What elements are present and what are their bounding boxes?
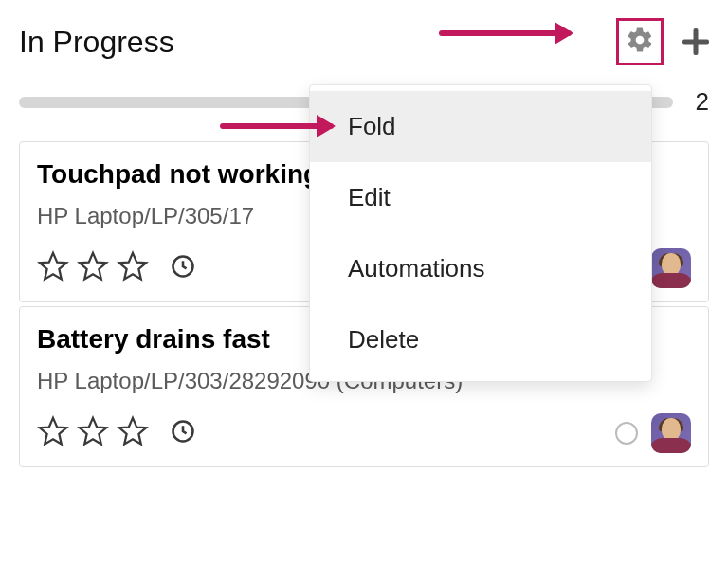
card-footer [37, 413, 691, 453]
menu-item-edit[interactable]: Edit [310, 162, 651, 233]
priority-stars[interactable] [37, 250, 196, 286]
menu-item-automations[interactable]: Automations [310, 233, 651, 304]
annotation-arrow [439, 30, 572, 36]
star-icon [117, 415, 149, 451]
add-card-button[interactable] [682, 28, 709, 55]
clock-icon [156, 418, 196, 448]
column-count: 2 [690, 87, 709, 117]
svg-marker-5 [80, 418, 106, 445]
svg-marker-2 [119, 253, 146, 280]
svg-marker-4 [40, 418, 66, 445]
star-icon [117, 250, 149, 286]
star-icon [37, 415, 69, 451]
column-settings-menu: Fold Edit Automations Delete [309, 84, 652, 382]
svg-marker-1 [80, 253, 106, 280]
column-settings-button[interactable] [616, 18, 664, 65]
menu-item-fold[interactable]: Fold [310, 91, 651, 162]
card-footer-right [615, 413, 691, 453]
star-icon [77, 415, 109, 451]
svg-marker-0 [40, 253, 66, 280]
svg-marker-6 [119, 418, 146, 445]
column-actions [616, 18, 709, 65]
column-title: In Progress [19, 25, 174, 60]
status-ring-icon [615, 422, 638, 445]
clock-icon [156, 253, 196, 283]
star-icon [37, 250, 69, 286]
avatar[interactable] [651, 413, 691, 453]
menu-item-delete[interactable]: Delete [310, 304, 651, 375]
star-icon [77, 250, 109, 286]
gear-icon [626, 26, 654, 58]
annotation-arrow [220, 123, 334, 129]
priority-stars[interactable] [37, 415, 196, 451]
avatar[interactable] [651, 248, 691, 288]
column-header: In Progress [19, 17, 709, 66]
card-footer-right [651, 248, 691, 288]
